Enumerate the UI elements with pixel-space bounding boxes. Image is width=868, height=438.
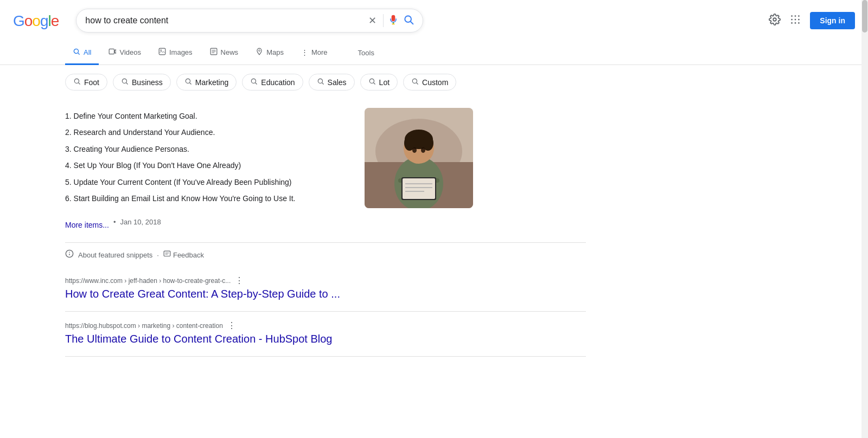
nav-tabs: All Videos Images: [0, 41, 868, 65]
snippet-image: [365, 108, 473, 208]
tab-images[interactable]: Images: [151, 41, 200, 65]
svg-point-10: [792, 22, 793, 24]
filter-chip-education[interactable]: Education: [242, 74, 303, 91]
microphone-icon[interactable]: [388, 14, 399, 28]
result-url-1: https://www.inc.com › jeff-haden › how-t…: [65, 277, 231, 285]
result-url-row: https://www.inc.com › jeff-haden › how-t…: [65, 275, 586, 286]
filter-chip-search-icon-3: [184, 78, 192, 87]
svg-line-37: [416, 82, 418, 84]
snippet-footer: About featured snippets · Feedback: [65, 243, 586, 267]
svg-line-33: [322, 82, 323, 84]
tab-news-label: News: [221, 48, 239, 56]
result-menu-icon-1[interactable]: ⋮: [235, 275, 244, 286]
svg-point-6: [798, 15, 800, 17]
settings-icon[interactable]: [769, 14, 781, 28]
result-url-2: https://blog.hubspot.com › marketing › c…: [65, 322, 223, 330]
list-item: Set Up Your Blog (If You Don't Have One …: [65, 157, 347, 173]
filter-chip-custom-label: Custom: [422, 78, 448, 87]
list-item: Update Your Current Content (If You've A…: [65, 174, 347, 190]
header-right: Sign in: [769, 12, 855, 29]
sign-in-button[interactable]: Sign in: [810, 12, 855, 29]
svg-point-18: [160, 50, 161, 51]
tab-all-label: All: [84, 48, 91, 56]
svg-point-4: [792, 15, 793, 17]
feedback-link[interactable]: Feedback: [163, 250, 204, 260]
filter-chip-search-icon-4: [250, 78, 258, 87]
svg-point-12: [798, 22, 800, 24]
svg-line-29: [189, 82, 191, 84]
svg-line-27: [126, 82, 127, 84]
snippet-list: Define Your Content Marketing Goal. Rese…: [65, 108, 347, 207]
search-bar-wrapper: how to create content ✕: [76, 9, 423, 33]
list-item: Research and Understand Your Audience.: [65, 124, 347, 140]
more-items-link[interactable]: More items...: [65, 221, 109, 229]
tab-maps-label: Maps: [266, 48, 284, 56]
tab-news[interactable]: News: [202, 41, 246, 65]
all-tab-icon: [73, 48, 80, 57]
filter-chip-business[interactable]: Business: [113, 74, 171, 91]
svg-line-14: [78, 53, 79, 54]
result-url-row-2: https://blog.hubspot.com › marketing › c…: [65, 320, 586, 331]
scrollbar-thumb[interactable]: [862, 0, 867, 33]
result-title-2[interactable]: The Ultimate Guide to Content Creation -…: [65, 333, 586, 345]
svg-rect-50: [403, 178, 435, 199]
scrollbar-track: [861, 0, 868, 357]
filter-chip-marketing-label: Marketing: [195, 78, 228, 87]
svg-point-46: [412, 147, 417, 153]
filter-chip-lot[interactable]: Lot: [360, 74, 398, 91]
search-bar: how to create content ✕: [76, 9, 423, 33]
result-item-1: https://www.inc.com › jeff-haden › how-t…: [65, 267, 586, 312]
result-title-1[interactable]: How to Create Great Content: A Step-by-S…: [65, 288, 586, 300]
svg-point-47: [421, 147, 425, 153]
tools-label: Tools: [358, 49, 374, 57]
tab-videos[interactable]: Videos: [101, 41, 149, 65]
filter-chip-search-icon-6: [368, 78, 376, 87]
search-input[interactable]: how to create content: [85, 16, 362, 25]
apps-grid-icon[interactable]: [789, 14, 801, 28]
filter-chip-search-icon: [73, 78, 81, 87]
tab-all[interactable]: All: [65, 41, 99, 65]
about-snippets-icon: [65, 249, 74, 260]
filter-chip-foot[interactable]: Foot: [65, 74, 107, 91]
tools-button[interactable]: Tools: [350, 42, 382, 63]
svg-line-35: [373, 82, 375, 84]
list-item: Define Your Content Marketing Goal.: [65, 108, 347, 124]
feedback-icon: [163, 250, 171, 260]
google-logo[interactable]: Google: [13, 11, 59, 30]
svg-rect-17: [159, 48, 165, 55]
svg-point-11: [795, 22, 796, 24]
news-tab-icon: [210, 48, 218, 57]
svg-marker-16: [115, 50, 116, 54]
search-divider: [383, 14, 384, 27]
filter-chip-sales-label: Sales: [328, 78, 347, 87]
filter-chip-business-label: Business: [132, 78, 163, 87]
filter-chip-custom[interactable]: Custom: [403, 74, 456, 91]
search-icon[interactable]: [403, 14, 414, 28]
svg-point-5: [795, 15, 796, 17]
tab-images-label: Images: [169, 48, 193, 56]
result-item-2: https://blog.hubspot.com › marketing › c…: [65, 312, 586, 357]
svg-rect-15: [110, 49, 114, 54]
result-menu-icon-2[interactable]: ⋮: [227, 320, 236, 331]
filter-chip-sales[interactable]: Sales: [309, 74, 355, 91]
separator: ·: [157, 251, 159, 259]
featured-snippet: Define Your Content Marketing Goal. Rese…: [65, 99, 586, 243]
maps-tab-icon: [256, 48, 263, 57]
list-item: Creating Your Audience Personas.: [65, 141, 347, 157]
about-snippets-label[interactable]: About featured snippets: [78, 251, 152, 259]
tab-maps[interactable]: Maps: [248, 41, 291, 65]
snippet-list-area: Define Your Content Marketing Goal. Rese…: [65, 108, 347, 229]
snippet-date: Jan 10, 2018: [120, 218, 161, 226]
filter-chip-marketing[interactable]: Marketing: [176, 74, 237, 91]
svg-point-8: [795, 18, 796, 20]
more-tab-icon: ⋮: [301, 48, 308, 56]
svg-point-7: [792, 18, 793, 20]
clear-icon[interactable]: ✕: [366, 12, 379, 29]
svg-point-9: [798, 18, 800, 20]
tab-more[interactable]: ⋮ More: [293, 42, 335, 65]
header: Google how to create content ✕: [0, 0, 868, 41]
svg-line-31: [256, 82, 257, 84]
filter-chips: Foot Business Marketing Education: [0, 65, 868, 99]
images-tab-icon: [158, 48, 166, 57]
tab-videos-label: Videos: [119, 48, 141, 56]
